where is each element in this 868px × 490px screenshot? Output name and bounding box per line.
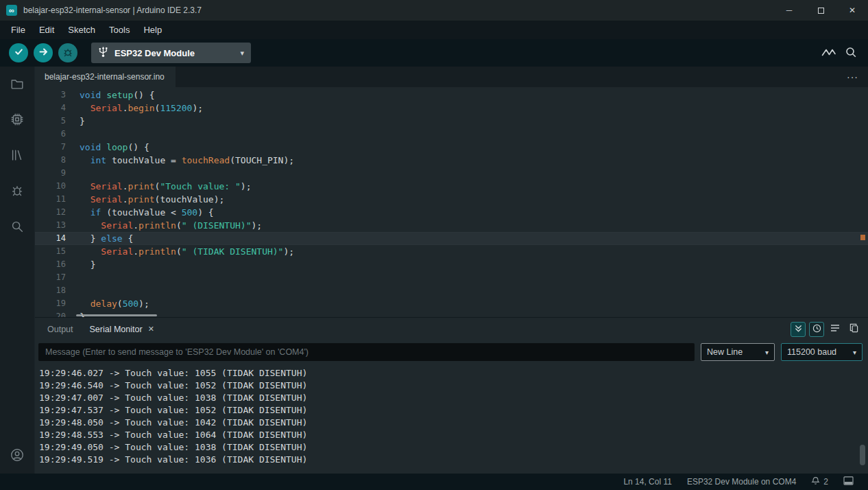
baud-rate-value: 115200 baud xyxy=(787,347,836,357)
line-number: 9 xyxy=(35,167,66,180)
code-line[interactable]: 17 xyxy=(35,271,868,284)
scroll-to-bottom-button[interactable] xyxy=(791,322,806,337)
serial-line: 19:29:49.519 -> Touch value: 1036 (TIDAK… xyxy=(39,454,868,466)
menu-item-sketch[interactable]: Sketch xyxy=(61,21,102,39)
code-line[interactable]: 6 xyxy=(35,128,868,141)
code-text: Serial.println(" (TIDAK DISENTUH)"); xyxy=(80,245,294,258)
close-button[interactable]: ✕ xyxy=(836,0,868,21)
books-icon xyxy=(10,148,25,165)
line-number: 8 xyxy=(35,154,66,167)
serial-line: 19:29:46.027 -> Touch value: 1055 (TIDAK… xyxy=(39,367,868,380)
line-number: 7 xyxy=(35,141,66,154)
verify-button[interactable] xyxy=(9,43,28,62)
code-line[interactable]: 15 Serial.println(" (TIDAK DISENTUH)"); xyxy=(35,245,868,258)
titlebar[interactable]: ∞ belajar-esp32-internal-sensor | Arduin… xyxy=(0,0,868,21)
menu-item-file[interactable]: File xyxy=(4,21,32,39)
main-area: belajar-esp32-internal-sensor.ino ··· 3v… xyxy=(0,67,868,474)
tab-overflow-button[interactable]: ··· xyxy=(837,67,868,87)
copy-output-button[interactable] xyxy=(846,322,861,337)
minimize-button[interactable]: ─ xyxy=(773,0,805,21)
notification-count: 2 xyxy=(823,477,828,487)
editor-tab[interactable]: belajar-esp32-internal-sensor.ino xyxy=(35,67,176,87)
menu-item-tools[interactable]: Tools xyxy=(102,21,136,39)
line-number: 5 xyxy=(35,115,66,128)
editor-horizontal-scrollbar[interactable] xyxy=(76,314,157,316)
tab-output[interactable]: Output xyxy=(39,318,82,340)
code-line[interactable]: 12 if (touchValue < 500) { xyxy=(35,206,868,219)
chevron-down-icon: ▾ xyxy=(853,349,856,356)
code-line[interactable]: 8 int touchValue = touchRead(TOUCH_PIN); xyxy=(35,154,868,167)
cursor-position[interactable]: Ln 14, Col 11 xyxy=(616,474,679,490)
bell-icon xyxy=(811,476,820,487)
maximize-button[interactable] xyxy=(805,0,836,21)
sidebar-item-library-manager[interactable] xyxy=(0,138,34,174)
code-text: void setup() { xyxy=(80,89,155,102)
line-number: 17 xyxy=(35,271,66,284)
arduino-logo-icon: ∞ xyxy=(6,5,17,16)
code-line[interactable]: 14 } else { xyxy=(35,232,868,245)
sidebar-item-boards-manager[interactable] xyxy=(0,102,34,138)
baud-rate-select[interactable]: 115200 baud ▾ xyxy=(781,343,863,361)
serial-line: 19:29:48.050 -> Touch value: 1042 (TIDAK… xyxy=(39,417,868,429)
debug-button[interactable] xyxy=(58,43,77,62)
clear-output-button[interactable] xyxy=(828,322,843,337)
serial-scrollbar-thumb[interactable] xyxy=(860,445,865,465)
layout-panel-icon xyxy=(843,476,854,487)
code-line[interactable]: 10 Serial.print("Touch value: "); xyxy=(35,180,868,193)
serial-output[interactable]: 19:29:46.027 -> Touch value: 1055 (TIDAK… xyxy=(35,364,868,474)
usb-icon xyxy=(98,46,108,60)
board-connection-status[interactable]: ESP32 Dev Module on COM4 xyxy=(679,474,804,490)
code-line[interactable]: 9 xyxy=(35,167,868,180)
code-line[interactable]: 16 } xyxy=(35,258,868,271)
tab-serial-monitor[interactable]: Serial Monitor ✕ xyxy=(82,318,162,340)
code-line[interactable]: 3void setup() { xyxy=(35,89,868,102)
serial-line: 19:29:48.553 -> Touch value: 1064 (TIDAK… xyxy=(39,429,868,441)
serial-line: 19:29:47.007 -> Touch value: 1038 (TIDAK… xyxy=(39,392,868,404)
menu-item-edit[interactable]: Edit xyxy=(32,21,61,39)
line-number: 3 xyxy=(35,89,66,102)
code-line[interactable]: 20} xyxy=(35,310,868,317)
line-number: 10 xyxy=(35,180,66,193)
notifications-button[interactable]: 2 xyxy=(804,474,836,490)
code-line[interactable]: 5} xyxy=(35,115,868,128)
board-selector[interactable]: ESP32 Dev Module ▾ xyxy=(91,43,251,63)
code-line[interactable]: 13 Serial.println(" (DISENTUH)"); xyxy=(35,219,868,232)
serial-monitor-close-icon[interactable]: ✕ xyxy=(148,325,154,334)
code-line[interactable]: 7void loop() { xyxy=(35,141,868,154)
arrow-right-icon xyxy=(38,47,49,59)
sidebar-item-sketchbook[interactable] xyxy=(0,67,34,102)
output-tab-label: Output xyxy=(47,325,73,334)
activity-sidebar xyxy=(0,67,35,474)
copy-icon xyxy=(849,323,858,335)
code-line[interactable]: 18 xyxy=(35,284,868,297)
clock-icon xyxy=(812,324,821,335)
code-text: void loop() { xyxy=(80,141,149,154)
code-line[interactable]: 11 Serial.print(touchValue); xyxy=(35,193,868,206)
search-icon xyxy=(10,219,25,236)
code-line[interactable]: 19 delay(500); xyxy=(35,297,868,310)
line-ending-value: New Line xyxy=(707,347,743,357)
serial-plotter-button[interactable] xyxy=(821,47,836,60)
sidebar-item-debug[interactable] xyxy=(0,174,34,209)
code-editor[interactable]: 3void setup() {4 Serial.begin(115200);5}… xyxy=(35,87,868,317)
chevron-down-icon: ▾ xyxy=(765,349,769,356)
timestamp-toggle-button[interactable] xyxy=(809,322,824,337)
chip-icon xyxy=(10,112,25,129)
line-number: 18 xyxy=(35,284,66,297)
sidebar-item-search[interactable] xyxy=(0,209,34,245)
line-number: 6 xyxy=(35,128,66,141)
line-number: 16 xyxy=(35,258,66,271)
serial-message-input[interactable] xyxy=(38,343,695,361)
code-line[interactable]: 4 Serial.begin(115200); xyxy=(35,102,868,115)
code-text: } xyxy=(80,258,95,271)
bug-icon xyxy=(62,47,73,60)
line-ending-select[interactable]: New Line ▾ xyxy=(701,343,775,361)
account-button[interactable] xyxy=(0,438,34,474)
panel-toggle-button[interactable] xyxy=(836,474,861,490)
hamburger-lines-icon xyxy=(830,324,840,334)
chevron-down-icon: ▾ xyxy=(240,49,244,58)
upload-button[interactable] xyxy=(34,43,53,62)
window-title: belajar-esp32-internal-sensor | Arduino … xyxy=(23,5,202,15)
menu-item-help[interactable]: Help xyxy=(136,21,169,39)
serial-monitor-toggle-button[interactable] xyxy=(845,46,857,60)
